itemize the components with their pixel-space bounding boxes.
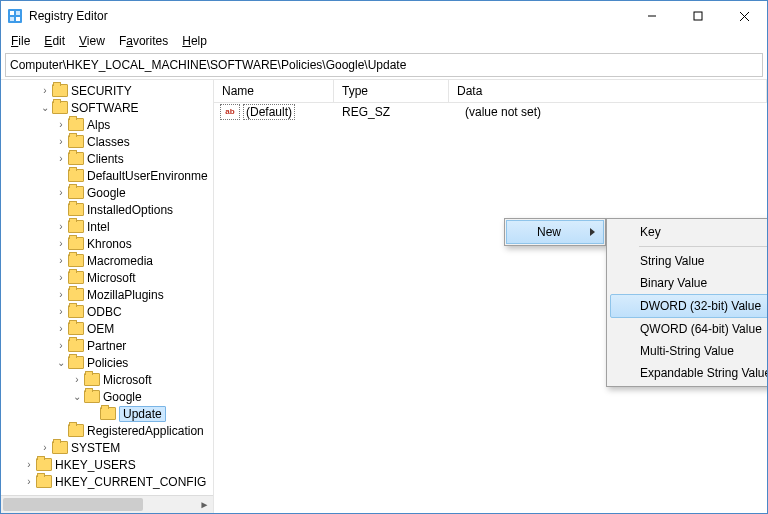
tree-node-registeredapplication[interactable]: RegisteredApplication	[1, 422, 213, 439]
tree-pane[interactable]: ›SECURITY⌄SOFTWARE›Alps›Classes›ClientsD…	[1, 80, 214, 513]
context-submenu-new: KeyString ValueBinary ValueDWORD (32-bit…	[606, 218, 767, 387]
value-name: (Default)	[243, 104, 295, 120]
context-menu: New	[504, 218, 606, 246]
menu-item-key[interactable]: Key	[610, 221, 767, 243]
tree-node-microsoft[interactable]: ›Microsoft	[1, 269, 213, 286]
chevron-right-icon[interactable]: ›	[55, 255, 67, 266]
regedit-icon	[7, 8, 23, 24]
tree-node-installedoptions[interactable]: InstalledOptions	[1, 201, 213, 218]
chevron-right-icon[interactable]: ›	[55, 289, 67, 300]
context-new[interactable]: New	[506, 220, 604, 244]
tree-node-alps[interactable]: ›Alps	[1, 116, 213, 133]
folder-icon	[52, 441, 68, 454]
folder-icon	[68, 322, 84, 335]
tree-node-microsoft[interactable]: ›Microsoft	[1, 371, 213, 388]
window-controls	[629, 1, 767, 31]
menu-item-dword-32-bit-value[interactable]: DWORD (32-bit) Value	[610, 294, 767, 318]
folder-icon	[36, 458, 52, 471]
menu-help[interactable]: Help	[176, 32, 213, 50]
svg-rect-2	[16, 11, 20, 15]
menu-item-string-value[interactable]: String Value	[610, 250, 767, 272]
tree-node-system[interactable]: ›SYSTEM	[1, 439, 213, 456]
tree-node-macromedia[interactable]: ›Macromedia	[1, 252, 213, 269]
menu-file[interactable]: File	[5, 32, 36, 50]
tree-label: SYSTEM	[71, 441, 120, 455]
tree-node-partner[interactable]: ›Partner	[1, 337, 213, 354]
maximize-button[interactable]	[675, 1, 721, 31]
menu-item-binary-value[interactable]: Binary Value	[610, 272, 767, 294]
folder-icon	[68, 254, 84, 267]
minimize-button[interactable]	[629, 1, 675, 31]
tree-label: OEM	[87, 322, 114, 336]
tree-node-software[interactable]: ⌄SOFTWARE	[1, 99, 213, 116]
chevron-right-icon[interactable]: ›	[39, 442, 51, 453]
tree-node-khronos[interactable]: ›Khronos	[1, 235, 213, 252]
col-data[interactable]: Data	[449, 80, 767, 102]
scrollbar-thumb[interactable]	[3, 498, 143, 511]
menu-edit[interactable]: Edit	[38, 32, 71, 50]
window-title: Registry Editor	[29, 9, 108, 23]
tree-node-odbc[interactable]: ›ODBC	[1, 303, 213, 320]
menu-view[interactable]: View	[73, 32, 111, 50]
scroll-right-icon[interactable]: ►	[196, 499, 213, 510]
tree-node-mozillaplugins[interactable]: ›MozillaPlugins	[1, 286, 213, 303]
close-button[interactable]	[721, 1, 767, 31]
col-type[interactable]: Type	[334, 80, 449, 102]
chevron-right-icon[interactable]: ›	[55, 340, 67, 351]
svg-rect-1	[10, 11, 14, 15]
chevron-right-icon[interactable]: ›	[23, 476, 35, 487]
tree-node-hkey-users[interactable]: ›HKEY_USERS	[1, 456, 213, 473]
tree-node-classes[interactable]: ›Classes	[1, 133, 213, 150]
menu-item-qword-64-bit-value[interactable]: QWORD (64-bit) Value	[610, 318, 767, 340]
chevron-right-icon[interactable]: ›	[55, 272, 67, 283]
chevron-down-icon[interactable]: ⌄	[39, 102, 51, 113]
tree-node-policies[interactable]: ⌄Policies	[1, 354, 213, 371]
tree-node-hkey-current-config[interactable]: ›HKEY_CURRENT_CONFIG	[1, 473, 213, 490]
tree-node-security[interactable]: ›SECURITY	[1, 82, 213, 99]
tree-node-oem[interactable]: ›OEM	[1, 320, 213, 337]
tree-label: Microsoft	[103, 373, 152, 387]
tree-label: Macromedia	[87, 254, 153, 268]
values-pane[interactable]: Name Type Data ab (Default) REG_SZ (valu…	[214, 80, 767, 513]
tree-label: InstalledOptions	[87, 203, 173, 217]
title-bar[interactable]: Registry Editor	[1, 1, 767, 31]
chevron-right-icon[interactable]: ›	[55, 187, 67, 198]
value-row-default[interactable]: ab (Default) REG_SZ (value not set)	[214, 103, 767, 121]
tree-node-clients[interactable]: ›Clients	[1, 150, 213, 167]
menu-item-expandable-string-value[interactable]: Expandable String Value	[610, 362, 767, 384]
tree-node-update[interactable]: Update	[1, 405, 213, 422]
folder-icon	[68, 169, 84, 182]
col-name[interactable]: Name	[214, 80, 334, 102]
menu-item-multi-string-value[interactable]: Multi-String Value	[610, 340, 767, 362]
chevron-right-icon[interactable]: ›	[55, 153, 67, 164]
chevron-right-icon[interactable]: ›	[39, 85, 51, 96]
folder-icon	[68, 237, 84, 250]
address-bar[interactable]: Computer\HKEY_LOCAL_MACHINE\SOFTWARE\Pol…	[5, 53, 763, 77]
tree-node-google[interactable]: ›Google	[1, 184, 213, 201]
tree-horizontal-scrollbar[interactable]: ◄ ►	[1, 495, 213, 513]
chevron-down-icon[interactable]: ⌄	[71, 391, 83, 402]
chevron-right-icon[interactable]: ›	[55, 238, 67, 249]
chevron-right-icon[interactable]: ›	[55, 221, 67, 232]
chevron-right-icon[interactable]: ›	[23, 459, 35, 470]
folder-icon	[68, 220, 84, 233]
tree-label: Alps	[87, 118, 110, 132]
folder-icon	[84, 373, 100, 386]
chevron-right-icon[interactable]: ›	[55, 306, 67, 317]
chevron-down-icon[interactable]: ⌄	[55, 357, 67, 368]
context-new-label: New	[537, 225, 561, 239]
chevron-right-icon[interactable]: ›	[71, 374, 83, 385]
body: ›SECURITY⌄SOFTWARE›Alps›Classes›ClientsD…	[1, 79, 767, 513]
tree-node-intel[interactable]: ›Intel	[1, 218, 213, 235]
tree-node-defaultuserenvironme[interactable]: DefaultUserEnvironme	[1, 167, 213, 184]
chevron-right-icon[interactable]: ›	[55, 136, 67, 147]
tree-node-google[interactable]: ⌄Google	[1, 388, 213, 405]
tree-label: ODBC	[87, 305, 122, 319]
tree-label: Google	[103, 390, 142, 404]
folder-icon	[68, 288, 84, 301]
tree-label: Update	[119, 406, 166, 422]
chevron-right-icon[interactable]: ›	[55, 119, 67, 130]
menu-favorites[interactable]: Favorites	[113, 32, 174, 50]
chevron-right-icon[interactable]: ›	[55, 323, 67, 334]
tree-label: Policies	[87, 356, 128, 370]
